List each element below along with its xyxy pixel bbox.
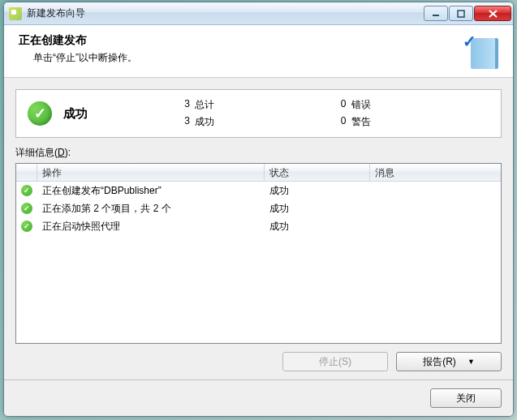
row-message bbox=[370, 225, 501, 228]
warning-label: 警告 bbox=[351, 115, 371, 129]
row-status: 成功 bbox=[265, 218, 370, 235]
report-button[interactable]: 报告(R) ▼ bbox=[396, 352, 502, 371]
row-message bbox=[370, 189, 501, 192]
total-label: 总计 bbox=[195, 98, 214, 112]
row-status: 成功 bbox=[265, 200, 370, 217]
success-count: 3 bbox=[177, 115, 190, 129]
maximize-button[interactable] bbox=[449, 6, 473, 21]
minimize-button[interactable] bbox=[424, 6, 448, 21]
success-label: 成功 bbox=[195, 115, 214, 129]
summary-status: 成功 bbox=[63, 106, 177, 122]
col-header-operation[interactable]: 操作 bbox=[37, 164, 265, 181]
row-success-icon: ✓ bbox=[21, 185, 32, 196]
col-header-status[interactable]: 状态 bbox=[265, 164, 370, 181]
row-success-icon: ✓ bbox=[21, 221, 32, 232]
summary-col-right: 0错误 0警告 bbox=[334, 98, 490, 129]
error-label: 错误 bbox=[351, 98, 371, 112]
page-heading: 正在创建发布 bbox=[19, 33, 463, 48]
row-message bbox=[370, 207, 501, 210]
row-operation: 正在创建发布“DBPublisher” bbox=[37, 182, 265, 199]
action-row: 停止(S) 报告(R) ▼ bbox=[15, 344, 502, 371]
page-subheading: 单击“停止”以中断操作。 bbox=[33, 51, 463, 65]
wizard-book-icon: ✓ bbox=[463, 33, 498, 69]
success-check-icon: ✓ bbox=[28, 101, 52, 126]
details-grid: 操作 状态 消息 ✓ 正在创建发布“DBPublisher” 成功 ✓ 正在添加… bbox=[15, 163, 502, 344]
row-status: 成功 bbox=[265, 182, 370, 199]
row-operation: 正在添加第 2 个项目，共 2 个 bbox=[37, 200, 265, 217]
col-header-icon[interactable] bbox=[16, 164, 37, 181]
summary-col-left: 3总计 3成功 bbox=[177, 98, 334, 129]
details-label: 详细信息(D): bbox=[15, 146, 502, 160]
svg-rect-1 bbox=[458, 11, 464, 17]
grid-header: 操作 状态 消息 bbox=[16, 164, 501, 182]
window-title: 新建发布向导 bbox=[27, 6, 423, 20]
row-operation: 正在启动快照代理 bbox=[37, 218, 265, 235]
row-success-icon: ✓ bbox=[21, 203, 32, 214]
stop-button: 停止(S) bbox=[282, 352, 388, 371]
close-window-button[interactable] bbox=[474, 6, 511, 21]
total-count: 3 bbox=[177, 98, 190, 112]
table-row[interactable]: ✓ 正在添加第 2 个项目，共 2 个 成功 bbox=[16, 199, 501, 217]
summary-box: ✓ 成功 3总计 3成功 0错误 0警告 bbox=[15, 89, 502, 138]
close-button[interactable]: 关闭 bbox=[430, 388, 502, 408]
header-area: 正在创建发布 单击“停止”以中断操作。 ✓ bbox=[4, 25, 513, 78]
warning-count: 0 bbox=[334, 115, 347, 129]
table-row[interactable]: ✓ 正在启动快照代理 成功 bbox=[16, 217, 501, 235]
wizard-window: 新建发布向导 正在创建发布 单击“停止”以中断操作。 ✓ ✓ 成功 bbox=[3, 2, 514, 417]
footer: 关闭 bbox=[4, 379, 513, 416]
grid-body: ✓ 正在创建发布“DBPublisher” 成功 ✓ 正在添加第 2 个项目，共… bbox=[16, 182, 501, 343]
titlebar[interactable]: 新建发布向导 bbox=[4, 2, 513, 25]
app-icon bbox=[9, 7, 22, 20]
col-header-message[interactable]: 消息 bbox=[370, 164, 501, 181]
chevron-down-icon: ▼ bbox=[467, 358, 475, 366]
table-row[interactable]: ✓ 正在创建发布“DBPublisher” 成功 bbox=[16, 182, 501, 199]
error-count: 0 bbox=[334, 98, 347, 112]
body-area: ✓ 成功 3总计 3成功 0错误 0警告 详细信息(D): 操作 状态 bbox=[4, 78, 513, 379]
